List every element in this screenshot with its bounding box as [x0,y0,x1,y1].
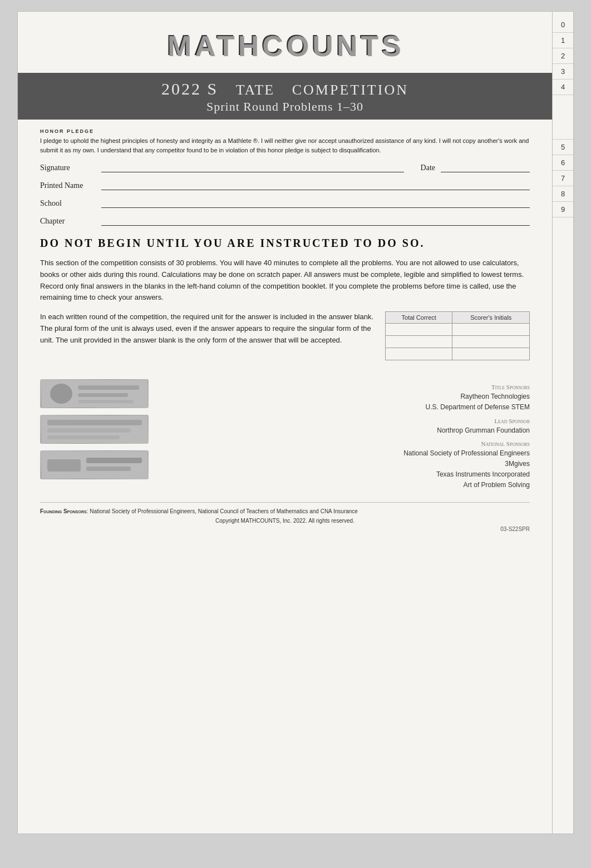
chapter-label: Chapter [40,217,101,226]
year-label: 2022 S [161,80,218,98]
two-col-section: In each written round of the competition… [40,311,530,368]
body-content: HONOR PLEDGE I pledge to uphold the high… [18,120,552,548]
sponsor-logos [40,379,151,479]
sponsor-logo-2-inner [40,415,149,444]
mathcounts-logo: MATHCOUNTS [40,28,530,62]
competition-label: COMPETITION [292,82,408,98]
svg-rect-6 [47,420,142,425]
page-sidebar: 0 1 2 3 4 5 6 7 8 9 [553,11,574,834]
sidebar-num-3: 3 [553,64,573,80]
sponsor-text-column: Title Sponsors Raytheon Technologies U.S… [162,379,530,490]
svg-point-1 [50,384,72,404]
scorer-cell-2-1 [386,336,452,348]
date-line[interactable] [441,162,530,172]
printed-name-row: Printed Name [40,180,530,190]
sponsor-logo-3 [40,450,149,479]
title-sponsors-label: Title Sponsors [491,384,530,390]
svg-rect-8 [47,435,120,439]
printed-name-label: Printed Name [40,181,101,190]
school-line[interactable] [101,198,530,208]
lead-sponsor-names: Northrop Grumman Foundation [162,425,530,436]
signature-line[interactable] [101,162,404,172]
svg-rect-10 [47,459,81,472]
sidebar-num-7: 7 [553,171,573,186]
national-sponsor-names: National Society of Professional Enginee… [162,448,530,491]
scorer-cell-1-1 [386,324,452,336]
title-sponsor-names: Raytheon Technologies U.S. Department of… [162,391,530,413]
scorer-row-1 [386,324,530,336]
svg-rect-4 [78,400,134,403]
school-label: School [40,199,101,208]
national-sponsors-label: National Sponsors [481,440,530,447]
lead-sponsor-category: Lead Sponsor [162,418,530,424]
instructions-para2: In each written round of the competition… [40,311,374,368]
printed-name-line[interactable] [101,180,530,190]
sponsors-area: Title Sponsors Raytheon Technologies U.S… [40,379,530,490]
sponsor-logo-2 [40,415,149,444]
lead-sponsor-1: Northrop Grumman Foundation [162,425,530,436]
signature-label: Signature [40,163,101,172]
do-not-begin-heading: DO NOT BEGIN UNTIL YOU ARE INSTRUCTED TO… [40,237,530,250]
competition-subtitle: Sprint Round Problems 1–30 [29,100,541,114]
scorer-col2-header: Scorer's Initials [452,312,530,324]
svg-rect-2 [78,385,139,390]
logo-area: MATHCOUNTS [18,12,552,73]
title-banner: 2022 S TATE COMPETITION Sprint Round Pro… [18,73,552,120]
national-sponsor-1: National Society of Professional Enginee… [162,448,530,459]
document-id: 03-S22SPR [40,526,530,532]
national-sponsor-category: National Sponsors [162,440,530,447]
sidebar-num-9: 9 [553,202,573,217]
sidebar-num-2: 2 [553,48,573,64]
main-page: MATHCOUNTS 2022 S TATE COMPETITION Sprin… [17,11,553,834]
sponsor-logo-3-inner [40,450,149,479]
scorer-row-2 [386,336,530,348]
national-sponsor-3: Texas Instruments Incorporated [162,469,530,480]
sidebar-num-0: 0 [553,17,573,33]
footer-area: Founding Sponsors: National Society of P… [40,502,530,537]
honor-pledge-heading: HONOR PLEDGE [40,128,530,134]
sponsor-logo-1 [40,379,149,408]
competition-title-line1: 2022 S TATE COMPETITION [29,80,541,98]
scorer-section: Total Correct Scorer's Initials [385,311,530,368]
signature-row: Signature Date [40,162,530,172]
founding-sponsors-text: Founding Sponsors: National Society of P… [40,507,530,515]
instructions-para1: This section of the competition consists… [40,257,530,304]
founding-sponsors-names: : National Society of Professional Engin… [87,508,358,514]
scorer-cell-3-2 [452,348,530,360]
sidebar-num-1: 1 [553,33,573,48]
title-sponsor-category: Title Sponsors [162,384,530,390]
scorer-col1-header: Total Correct [386,312,452,324]
founding-sponsors-label: Founding Sponsors [40,508,87,514]
scorer-row-3 [386,348,530,360]
svg-rect-12 [86,467,131,471]
sidebar-num-8: 8 [553,186,573,202]
copyright-text: Copyright MATHCOUNTS, Inc. 2022. All rig… [40,518,530,524]
chapter-line[interactable] [101,216,530,226]
honor-pledge-text: I pledge to uphold the highest principle… [40,136,530,155]
title-sponsor-1: Raytheon Technologies [162,391,530,402]
chapter-row: Chapter [40,216,530,226]
tate-label: TATE [236,82,274,98]
date-label: Date [421,163,435,172]
scorer-cell-1-2 [452,324,530,336]
sponsor-logo-1-inner [40,379,149,408]
svg-rect-7 [47,428,131,433]
scorer-table: Total Correct Scorer's Initials [385,311,530,360]
sidebar-num-5: 5 [553,140,573,155]
scorer-cell-3-1 [386,348,452,360]
national-sponsor-2: 3Mgives [162,459,530,469]
sidebar-num-6: 6 [553,155,573,171]
lead-sponsor-label: Lead Sponsor [494,418,530,424]
svg-rect-11 [86,458,142,463]
school-row: School [40,198,530,208]
national-sponsor-4: Art of Problem Solving [162,480,530,490]
sidebar-num-4: 4 [553,80,573,95]
scorer-cell-2-2 [452,336,530,348]
title-sponsor-2: U.S. Department of Defense STEM [162,402,530,413]
svg-rect-3 [78,393,128,397]
